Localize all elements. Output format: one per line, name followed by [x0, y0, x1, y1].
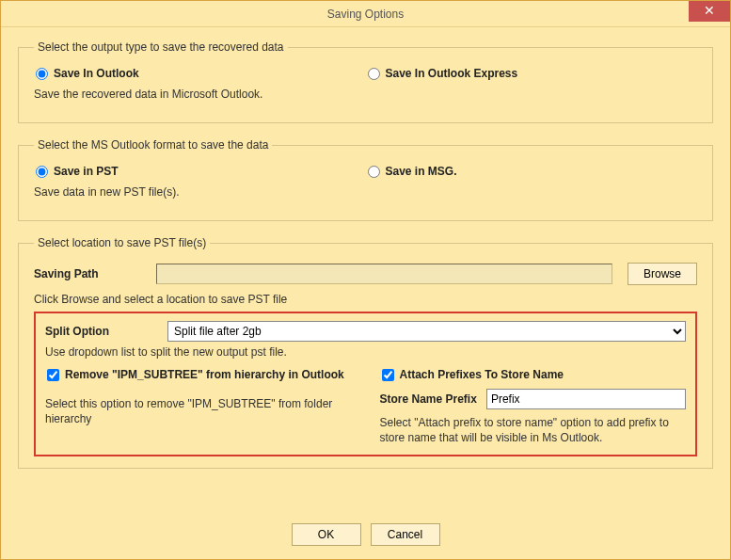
format-group: Select the MS Outlook format to save the… [18, 138, 713, 221]
highlight-box: Split Option Split file after 2gb Use dr… [34, 312, 697, 456]
browse-button[interactable]: Browse [628, 263, 697, 285]
saving-options-dialog: Saving Options ✕ Select the output type … [0, 0, 731, 560]
attach-prefix-label: Attach Prefixes To Store Name [400, 368, 564, 381]
save-in-outlook-express-radio[interactable] [368, 68, 380, 80]
save-in-msg-radio[interactable] [368, 166, 380, 178]
format-legend: Select the MS Outlook format to save the… [34, 138, 272, 152]
attach-prefix-checkbox[interactable] [382, 369, 394, 381]
output-type-desc: Save the recovered data in Microsoft Out… [34, 88, 366, 101]
save-in-outlook-express-label: Save In Outlook Express [386, 67, 518, 80]
close-button[interactable]: ✕ [689, 1, 730, 22]
split-option-select[interactable]: Split file after 2gb [167, 321, 686, 342]
window-title: Saving Options [1, 1, 730, 27]
remove-ipm-label: Remove "IPM_SUBTREE" from hierarchy in O… [65, 368, 344, 381]
dialog-button-bar: OK Cancel [1, 523, 730, 546]
remove-ipm-desc: Select this option to remove "IPM_SUBTRE… [45, 396, 352, 426]
store-name-prefix-label: Store Name Prefix [380, 392, 477, 406]
save-in-outlook-radio[interactable] [36, 68, 48, 80]
split-hint: Use dropdown list to split the new outpu… [45, 345, 686, 359]
location-group: Select location to save PST file(s) Savi… [18, 236, 713, 469]
saving-path-label: Saving Path [34, 267, 156, 280]
ok-button[interactable]: OK [292, 523, 361, 546]
remove-ipm-checkbox[interactable] [47, 369, 59, 381]
prefix-desc: Select "Attach prefix to store name" opt… [380, 415, 687, 445]
store-name-prefix-input[interactable] [486, 389, 686, 409]
location-legend: Select location to save PST file(s) [34, 236, 210, 249]
save-in-pst-radio[interactable] [36, 166, 48, 178]
save-in-msg-label: Save in MSG. [386, 165, 457, 178]
dialog-content: Select the output type to save the recov… [1, 27, 730, 493]
cancel-button[interactable]: Cancel [371, 523, 440, 546]
browse-hint: Click Browse and select a location to sa… [34, 293, 697, 306]
split-option-label: Split Option [45, 325, 167, 338]
saving-path-input[interactable] [156, 264, 612, 284]
format-desc: Save data in new PST file(s). [34, 185, 366, 199]
output-type-legend: Select the output type to save the recov… [34, 40, 288, 54]
save-in-pst-label: Save in PST [54, 165, 119, 178]
titlebar: Saving Options ✕ [1, 1, 730, 27]
output-type-group: Select the output type to save the recov… [18, 40, 713, 123]
save-in-outlook-label: Save In Outlook [54, 67, 139, 80]
